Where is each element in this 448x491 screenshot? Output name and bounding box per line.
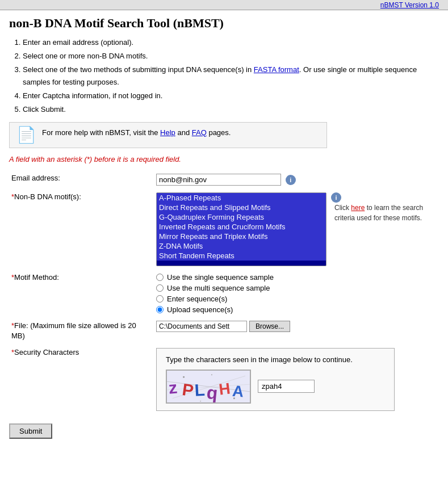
motif-option-1[interactable]: Direct Repeats and Slipped Motifs — [157, 203, 326, 212]
top-bar: nBMST Version 1.0 — [0, 0, 448, 10]
captcha-row: z P L q H A — [166, 370, 385, 404]
motif-option-5[interactable]: Z-DNA Motifs — [157, 241, 326, 251]
help-box: 📄 For more help with nBMST, visit the He… — [9, 122, 327, 148]
method-radio-group: Use the single sequence sample Use the m… — [156, 273, 437, 314]
version-link[interactable]: nBMST Version 1.0 — [380, 1, 439, 9]
method-option-0[interactable]: Use the single sequence sample — [156, 273, 437, 282]
file-label: File: (Maximum file size allowed is 20 M… — [11, 321, 136, 340]
file-cell: Browse... — [156, 321, 437, 332]
email-input-cell: i — [154, 170, 439, 189]
method-label: Motif Method: — [14, 273, 59, 282]
motif-select-cell: A-Phased Repeats Direct Repeats and Slip… — [154, 189, 439, 270]
motif-option-2[interactable]: G-Quadruplex Forming Repeats — [157, 212, 326, 222]
form-table: Email address: i *Non-B DNA motif(s): A-… — [9, 170, 439, 414]
motif-label: Non-B DNA motif(s): — [14, 192, 81, 201]
file-label-cell: *File: (Maximum file size allowed is 20 … — [9, 317, 154, 345]
captcha-input[interactable] — [258, 380, 315, 393]
file-row: *File: (Maximum file size allowed is 20 … — [9, 317, 439, 345]
motif-here-link[interactable]: here — [351, 204, 365, 212]
file-input-cell: Browse... — [154, 317, 439, 345]
svg-text:z: z — [168, 378, 178, 397]
submit-button[interactable]: Submit — [9, 423, 52, 439]
file-path-input[interactable] — [156, 321, 247, 332]
svg-text:q: q — [206, 382, 219, 403]
captcha-image: z P L q H A — [166, 370, 251, 404]
email-row: Email address: i — [9, 170, 439, 189]
email-info-icon[interactable]: i — [286, 175, 296, 185]
security-row: *Security Characters Type the characters… — [9, 345, 439, 414]
required-notice: A field with an asterisk (*) before it i… — [9, 155, 439, 163]
fasta-format-link[interactable]: FASTA format — [254, 65, 299, 74]
svg-text:L: L — [194, 380, 206, 400]
motif-info-icon[interactable]: i — [331, 192, 341, 203]
security-prompt: Type the characters seen in the image be… — [166, 355, 385, 364]
method-radio-3[interactable] — [156, 306, 164, 313]
faq-link[interactable]: FAQ — [192, 128, 207, 137]
motif-option-6[interactable]: Short Tandem Repeats — [157, 251, 326, 261]
motif-info-box: Click here to learn the search criteria … — [334, 203, 437, 223]
instruction-5: Click Submit. — [23, 103, 439, 116]
security-label: Security Characters — [14, 348, 79, 356]
security-label-cell: *Security Characters — [9, 345, 154, 414]
method-row: *Motif Method: Use the single sequence s… — [9, 270, 439, 317]
help-text: For more help with nBMST, visit the Help… — [42, 127, 231, 139]
security-box: Type the characters seen in the image be… — [156, 348, 395, 411]
main-content: non-B DNA Motif Search Tool (nBMST) Ente… — [0, 10, 448, 448]
motif-option-0[interactable]: A-Phased Repeats — [157, 193, 326, 203]
motif-option-4[interactable]: Mirror Repeats and Triplex Motifs — [157, 232, 326, 241]
motif-cell: A-Phased Repeats Direct Repeats and Slip… — [156, 192, 437, 266]
instruction-2: Select one or more non-B DNA motifs. — [23, 50, 439, 62]
motif-option-3[interactable]: Inverted Repeats and Cruciform Motifs — [157, 222, 326, 232]
motif-row: *Non-B DNA motif(s): A-Phased Repeats Di… — [9, 189, 439, 270]
method-radio-1[interactable] — [156, 284, 164, 292]
method-options-cell: Use the single sequence sample Use the m… — [154, 270, 439, 317]
instruction-4: Enter Captcha information, if not logged… — [23, 90, 439, 102]
method-label-cell: *Motif Method: — [9, 270, 154, 317]
method-option-2[interactable]: Enter sequence(s) — [156, 295, 437, 303]
instruction-3: Select one of the two methods of submitt… — [23, 64, 439, 89]
svg-point-12 — [233, 397, 235, 399]
svg-point-11 — [211, 374, 212, 375]
page-title: non-B DNA Motif Search Tool (nBMST) — [9, 16, 439, 31]
help-link[interactable]: Help — [160, 128, 175, 137]
svg-point-13 — [200, 401, 201, 402]
method-option-1[interactable]: Use the multi sequence sample — [156, 284, 437, 292]
motif-label-cell: *Non-B DNA motif(s): — [9, 189, 154, 270]
method-radio-2[interactable] — [156, 295, 164, 303]
svg-text:A: A — [232, 382, 245, 401]
method-option-3[interactable]: Upload sequence(s) — [156, 305, 437, 314]
document-icon: 📄 — [16, 127, 36, 143]
svg-point-10 — [183, 376, 185, 378]
instructions-list: Enter an email address (optional). Selec… — [23, 36, 439, 116]
svg-text:H: H — [218, 379, 232, 398]
security-content-cell: Type the characters seen in the image be… — [154, 345, 439, 414]
instruction-1: Enter an email address (optional). — [23, 36, 439, 49]
method-radio-0[interactable] — [156, 274, 164, 281]
motif-select[interactable]: A-Phased Repeats Direct Repeats and Slip… — [156, 192, 326, 266]
browse-button[interactable]: Browse... — [249, 321, 290, 332]
email-label: Email address: — [11, 174, 60, 182]
email-input[interactable] — [156, 174, 281, 186]
captcha-svg: z P L q H A — [167, 370, 250, 403]
email-label-cell: Email address: — [9, 170, 154, 189]
